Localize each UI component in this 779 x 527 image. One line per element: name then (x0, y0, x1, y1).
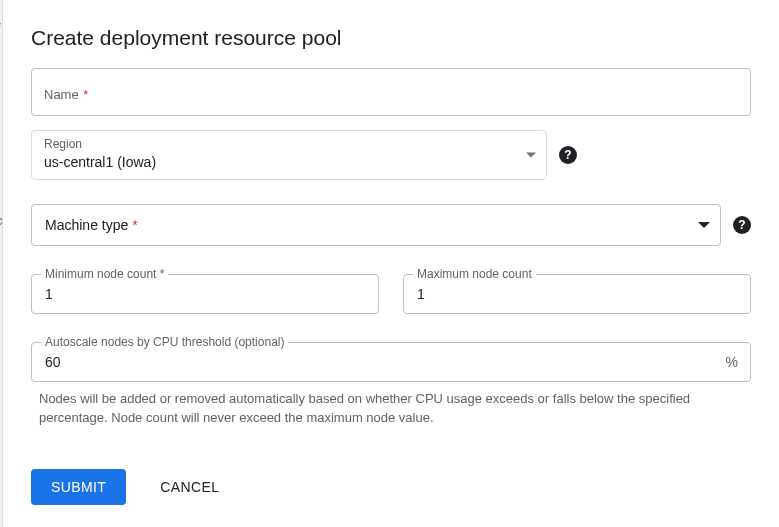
submit-button[interactable]: SUBMIT (31, 469, 126, 505)
required-indicator: * (83, 87, 88, 102)
percent-suffix: % (726, 354, 738, 370)
max-node-count-field[interactable]: Maximum node count (403, 274, 751, 314)
chevron-down-icon (698, 222, 710, 228)
help-icon[interactable]: ? (559, 146, 577, 164)
machine-type-select[interactable]: Machine type * (31, 204, 721, 246)
autoscale-label: Autoscale nodes by CPU threshold (option… (41, 335, 288, 349)
background-fragment: f (0, 20, 1, 35)
create-resource-pool-panel: Create deployment resource pool Name * R… (3, 0, 779, 527)
region-select[interactable]: Region us-central1 (Iowa) (31, 130, 547, 180)
min-node-count-field[interactable]: Minimum node count * (31, 274, 379, 314)
region-label: Region (44, 137, 534, 151)
region-value: us-central1 (Iowa) (44, 154, 534, 170)
machine-type-label: Machine type (45, 217, 128, 233)
min-node-count-label: Minimum node count (45, 267, 156, 281)
dialog-footer: SUBMIT CANCEL (31, 463, 751, 505)
autoscale-threshold-field[interactable]: Autoscale nodes by CPU threshold (option… (31, 342, 751, 382)
required-indicator: * (132, 217, 137, 233)
required-indicator: * (160, 267, 165, 281)
name-field[interactable]: Name * (31, 68, 751, 116)
name-label: Name (44, 87, 79, 102)
help-icon[interactable]: ? (733, 216, 751, 234)
page-title: Create deployment resource pool (31, 26, 751, 50)
max-node-count-label: Maximum node count (417, 267, 532, 281)
autoscale-helper-text: Nodes will be added or removed automatic… (31, 390, 751, 428)
cancel-button[interactable]: CANCEL (152, 469, 227, 505)
chevron-down-icon (526, 153, 536, 158)
